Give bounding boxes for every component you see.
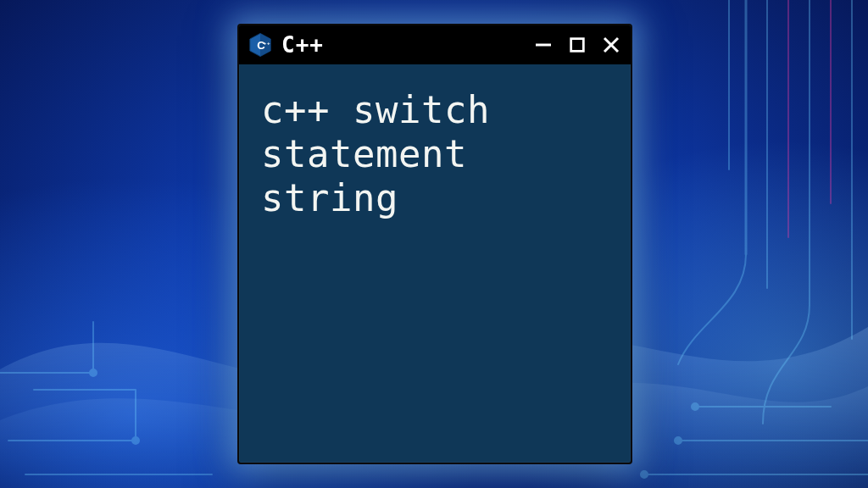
window-controls bbox=[532, 34, 622, 56]
maximize-button[interactable] bbox=[566, 34, 588, 56]
window-title: C++ bbox=[281, 32, 324, 58]
svg-point-2 bbox=[675, 437, 682, 444]
close-button[interactable] bbox=[600, 34, 622, 56]
minimize-button[interactable] bbox=[532, 34, 554, 56]
titlebar: C + + C++ bbox=[239, 25, 631, 64]
svg-point-3 bbox=[692, 403, 698, 410]
terminal-body-text: c++ switch statement string bbox=[239, 64, 631, 237]
terminal-window: C + + C++ bbox=[237, 24, 632, 464]
svg-text:+: + bbox=[267, 40, 270, 46]
svg-point-1 bbox=[90, 369, 97, 376]
svg-point-0 bbox=[132, 437, 139, 444]
svg-point-4 bbox=[641, 471, 648, 478]
cpp-hex-icon: C + + bbox=[248, 32, 273, 58]
svg-rect-11 bbox=[571, 39, 584, 52]
svg-text:+: + bbox=[264, 40, 267, 46]
background-stage: C + + C++ bbox=[0, 0, 868, 488]
